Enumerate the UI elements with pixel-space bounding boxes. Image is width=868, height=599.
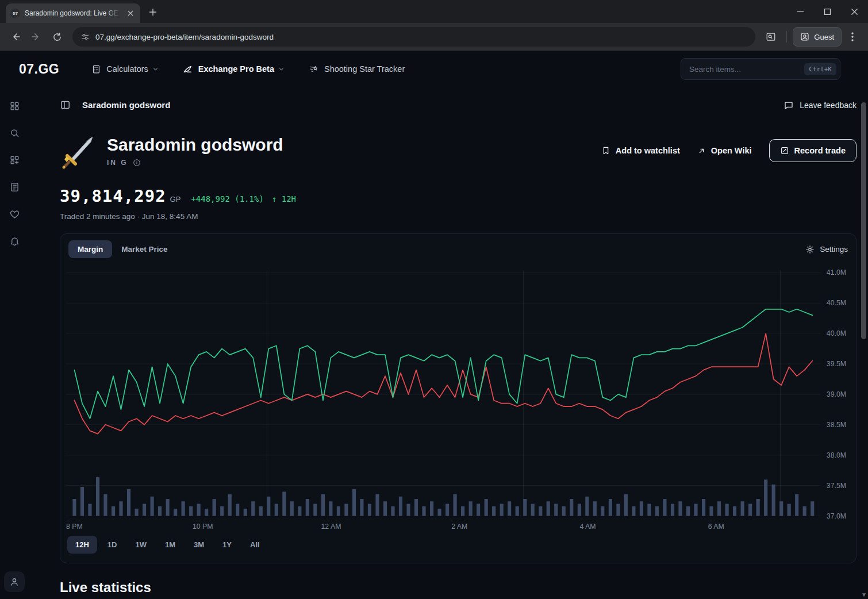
range-12h[interactable]: 12H bbox=[67, 536, 97, 554]
tab-margin[interactable]: Margin bbox=[68, 240, 112, 258]
svg-text:8 PM: 8 PM bbox=[66, 523, 83, 531]
browser-window: 07 Saradomin godsword: Live GE P bbox=[0, 0, 868, 599]
minimize-icon[interactable] bbox=[787, 0, 814, 23]
maximize-icon[interactable] bbox=[814, 0, 841, 23]
leave-feedback-button[interactable]: Leave feedback bbox=[783, 100, 857, 110]
nav-calculators[interactable]: Calculators bbox=[91, 64, 159, 74]
item-sprite-saradomin-godsword bbox=[60, 132, 97, 169]
browser-tab[interactable]: 07 Saradomin godsword: Live GE P bbox=[6, 3, 140, 23]
nav-shooting-star[interactable]: Shooting Star Tracker bbox=[309, 64, 405, 74]
svg-text:38.5M: 38.5M bbox=[827, 421, 846, 429]
item-subtag: IN G bbox=[107, 159, 128, 167]
price-block: 39,814,292 GP +448,992 (1.1%) ↑ 12H bbox=[60, 186, 857, 206]
item-header: Saradomin godsword IN G bbox=[60, 132, 857, 169]
new-tab-icon[interactable] bbox=[145, 4, 161, 20]
calculator-icon bbox=[91, 64, 101, 74]
close-icon[interactable] bbox=[841, 0, 868, 23]
current-price: 39,814,292 bbox=[60, 186, 166, 206]
search-placeholder: Search items... bbox=[689, 65, 804, 74]
nav-shooting-star-label: Shooting Star Tracker bbox=[324, 64, 405, 74]
search-input[interactable]: Search items... Ctrl+K bbox=[681, 58, 840, 80]
leave-feedback-label: Leave feedback bbox=[800, 101, 857, 110]
range-1w[interactable]: 1W bbox=[127, 536, 155, 554]
toolbar-divider bbox=[786, 31, 787, 43]
external-link-icon bbox=[697, 147, 706, 155]
reload-icon[interactable] bbox=[47, 27, 67, 47]
add-to-watchlist-button[interactable]: Add to watchlist bbox=[601, 146, 680, 155]
chevron-down-icon bbox=[278, 66, 285, 72]
item-subtag-row: IN G bbox=[107, 159, 283, 167]
guest-label: Guest bbox=[814, 33, 834, 41]
list-document-icon[interactable] bbox=[9, 182, 20, 193]
window-controls bbox=[787, 0, 868, 23]
chevron-down-icon bbox=[152, 66, 159, 72]
site-settings-icon[interactable] bbox=[80, 32, 90, 41]
price-change: +448,992 (1.1%) bbox=[191, 194, 263, 203]
collection-add-icon[interactable] bbox=[9, 155, 20, 166]
bookmark-icon bbox=[601, 146, 610, 155]
info-icon[interactable] bbox=[133, 159, 141, 167]
menu-kebab-icon[interactable] bbox=[843, 27, 862, 47]
search-icon[interactable] bbox=[9, 128, 20, 139]
svg-text:40.0M: 40.0M bbox=[827, 329, 846, 337]
range-1d[interactable]: 1D bbox=[99, 536, 125, 554]
search-panel-icon[interactable] bbox=[761, 27, 781, 47]
svg-text:40.5M: 40.5M bbox=[827, 299, 846, 307]
tab-close-icon[interactable] bbox=[125, 8, 136, 18]
scrollbar-thumb[interactable] bbox=[861, 102, 866, 339]
tab-favicon-icon: 07 bbox=[10, 9, 20, 18]
breadcrumb-title: Saradomin godsword bbox=[82, 100, 170, 110]
browser-toolbar: 07.gg/exchange-pro-beta/item/saradomin-g… bbox=[0, 23, 868, 51]
live-statistics-title: Live statistics bbox=[60, 579, 857, 596]
dashboard-grid-icon[interactable] bbox=[9, 101, 20, 112]
open-wiki-button[interactable]: Open Wiki bbox=[697, 146, 752, 155]
profile-chip[interactable]: Guest bbox=[793, 27, 842, 47]
url-bar[interactable]: 07.gg/exchange-pro-beta/item/saradomin-g… bbox=[72, 27, 755, 47]
browser-tabstrip: 07 Saradomin godsword: Live GE P bbox=[0, 0, 868, 23]
shooting-star-icon bbox=[309, 64, 319, 74]
nav-exchange-pro[interactable]: Exchange Pro Beta bbox=[183, 64, 285, 74]
search-shortcut-badge: Ctrl+K bbox=[804, 63, 836, 75]
tab-title: Saradomin godsword: Live GE P bbox=[25, 9, 121, 17]
main-content: Saradomin godsword Leave feedback bbox=[29, 87, 868, 599]
back-icon[interactable] bbox=[6, 27, 25, 47]
chart-area[interactable]: 41.0M40.5M40.0M39.5M39.0M38.5M38.0M37.5M… bbox=[60, 264, 856, 532]
guest-avatar-icon bbox=[800, 32, 809, 41]
user-icon[interactable] bbox=[4, 571, 25, 592]
feedback-bubble-icon bbox=[783, 100, 794, 110]
panel-toggle-icon[interactable] bbox=[60, 99, 71, 110]
page-scrollbar[interactable]: ▼ bbox=[860, 102, 868, 599]
chart-card-header: Margin Market Price Settings bbox=[60, 234, 856, 264]
add-to-watchlist-label: Add to watchlist bbox=[616, 146, 680, 155]
site-header: 07.GG Calculators Exchange Pro Beta bbox=[0, 51, 868, 87]
site-logo[interactable]: 07.GG bbox=[19, 62, 59, 77]
record-trade-label: Record trade bbox=[794, 146, 846, 155]
record-trade-button[interactable]: Record trade bbox=[769, 139, 857, 162]
range-3m[interactable]: 3M bbox=[186, 536, 212, 554]
svg-text:10 PM: 10 PM bbox=[193, 523, 213, 531]
scroll-down-icon[interactable]: ▼ bbox=[861, 592, 867, 598]
range-all[interactable]: All bbox=[242, 536, 268, 554]
bell-icon[interactable] bbox=[9, 236, 20, 247]
svg-text:41.0M: 41.0M bbox=[827, 268, 846, 277]
nav-calculators-label: Calculators bbox=[106, 64, 148, 74]
time-range-selector: 12H 1D 1W 1M 3M 1Y All bbox=[60, 532, 856, 563]
tab-market-price[interactable]: Market Price bbox=[112, 240, 176, 258]
item-actions: Add to watchlist Open Wiki bbox=[601, 139, 857, 162]
url-text: 07.gg/exchange-pro-beta/item/saradomin-g… bbox=[95, 33, 274, 41]
chart-settings-button[interactable]: Settings bbox=[805, 245, 848, 254]
record-trade-icon bbox=[780, 146, 789, 155]
svg-text:38.0M: 38.0M bbox=[827, 451, 846, 459]
heart-icon[interactable] bbox=[9, 209, 20, 220]
range-1y[interactable]: 1Y bbox=[214, 536, 240, 554]
range-1m[interactable]: 1M bbox=[157, 536, 183, 554]
main-nav: Calculators Exchange Pro Beta bbox=[91, 64, 405, 74]
nav-exchange-pro-label: Exchange Pro Beta bbox=[198, 64, 274, 74]
svg-text:4 AM: 4 AM bbox=[579, 523, 596, 531]
forward-icon[interactable] bbox=[26, 27, 46, 47]
svg-text:39.0M: 39.0M bbox=[827, 390, 846, 398]
price-trend: ↑ 12H bbox=[272, 194, 296, 203]
left-sidebar bbox=[0, 87, 29, 599]
item-title-block: Saradomin godsword IN G bbox=[107, 135, 283, 167]
svg-text:39.5M: 39.5M bbox=[827, 360, 846, 368]
